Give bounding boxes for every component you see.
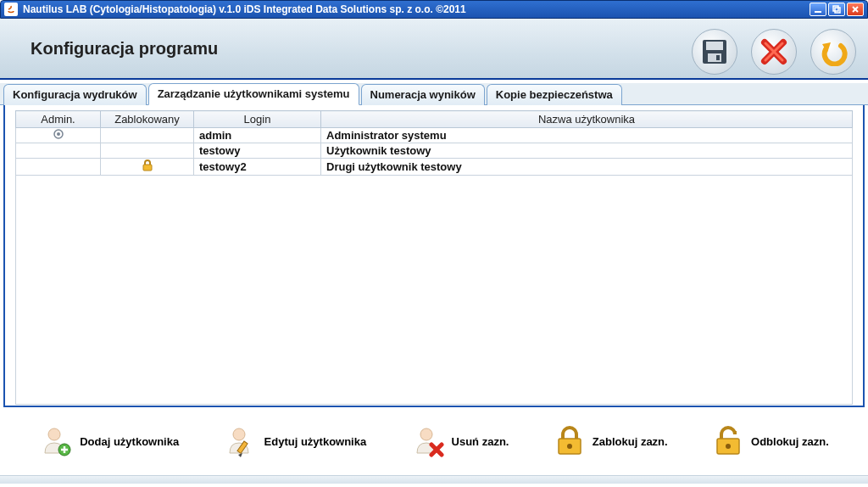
content-panel: Admin. Zablokowany Login Nazwa użytkowni… xyxy=(3,105,865,407)
cell-admin xyxy=(16,159,101,176)
cell-locked xyxy=(101,159,194,176)
radio-checked-icon xyxy=(53,129,64,139)
action-label: Zablokuj zazn. xyxy=(593,435,668,448)
svg-rect-8 xyxy=(716,55,720,60)
cell-username: Drugi użytkownik testowy xyxy=(321,159,853,176)
svg-rect-0 xyxy=(815,11,821,13)
java-icon xyxy=(4,3,18,16)
svg-point-21 xyxy=(233,428,245,440)
lock-open-icon xyxy=(712,425,744,457)
action-label: Edytuj użytkownika xyxy=(264,435,367,448)
delete-user-button[interactable]: Usuń zazn. xyxy=(411,424,509,458)
bottom-strip xyxy=(0,475,868,484)
tab-print-config[interactable]: Konfiguracja wydruków xyxy=(3,84,147,105)
svg-marker-23 xyxy=(238,453,242,457)
lock-user-button[interactable]: Zablokuj zazn. xyxy=(554,425,668,457)
svg-point-30 xyxy=(726,444,731,449)
page-title: Konfiguracja programu xyxy=(31,39,218,59)
users-table[interactable]: Admin. Zablokowany Login Nazwa użytkowni… xyxy=(15,110,853,176)
tab-bar: Konfiguracja wydruków Zarządzanie użytko… xyxy=(0,83,868,105)
action-label: Usuń zazn. xyxy=(452,435,509,448)
tab-result-numbering[interactable]: Numeracja wyników xyxy=(361,84,485,105)
cell-admin xyxy=(16,143,101,159)
user-edit-icon xyxy=(224,424,258,458)
cell-username: Użytkownik testowy xyxy=(321,143,853,159)
close-button[interactable] xyxy=(847,3,864,16)
col-username[interactable]: Nazwa użytkownika xyxy=(321,111,853,128)
table-row[interactable]: admin Administrator systemu xyxy=(16,128,853,143)
tab-user-management[interactable]: Zarządzanie użytkownikami systemu xyxy=(148,83,359,105)
undo-arrow-icon xyxy=(819,37,848,66)
action-label: Odblokuj zazn. xyxy=(751,435,829,448)
col-admin[interactable]: Admin. xyxy=(16,111,101,128)
svg-rect-16 xyxy=(143,165,152,171)
add-user-button[interactable]: Dodaj użytkownika xyxy=(39,424,179,458)
cell-locked xyxy=(101,128,194,143)
title-bar: Nautilus LAB (Cytologia/Histopatologia) … xyxy=(0,0,868,19)
user-add-icon xyxy=(39,424,73,458)
action-label: Dodaj użytkownika xyxy=(80,435,179,448)
table-row[interactable]: testowy2 Drugi użytkownik testowy xyxy=(16,159,853,176)
cell-login: admin xyxy=(194,128,321,143)
undo-button[interactable] xyxy=(810,29,856,75)
svg-rect-6 xyxy=(706,42,723,50)
user-delete-icon xyxy=(411,424,445,458)
maximize-button[interactable] xyxy=(828,3,845,16)
window-title: Nautilus LAB (Cytologia/Histopatologia) … xyxy=(23,3,466,15)
header: Konfiguracja programu xyxy=(0,19,868,80)
save-button[interactable] xyxy=(692,29,737,75)
svg-point-15 xyxy=(57,132,60,136)
cell-admin xyxy=(16,128,101,143)
svg-point-28 xyxy=(567,444,572,449)
table-empty-area xyxy=(15,176,853,405)
lock-icon xyxy=(142,160,153,171)
unlock-user-button[interactable]: Odblokuj zazn. xyxy=(712,425,829,457)
cell-login: testowy2 xyxy=(194,159,321,176)
table-row[interactable]: testowy Użytkownik testowy xyxy=(16,143,853,159)
svg-rect-2 xyxy=(835,8,840,13)
table-header-row: Admin. Zablokowany Login Nazwa użytkowni… xyxy=(16,111,853,128)
svg-point-24 xyxy=(420,428,432,440)
col-locked[interactable]: Zablokowany xyxy=(101,111,194,128)
minimize-button[interactable] xyxy=(810,3,826,16)
action-bar: Dodaj użytkownika Edytuj użytkownika Usu… xyxy=(0,407,868,475)
edit-user-button[interactable]: Edytuj użytkownika xyxy=(224,424,367,458)
floppy-disk-icon xyxy=(699,36,730,67)
tab-backups[interactable]: Kopie bezpieczeństwa xyxy=(487,84,622,105)
cell-username: Administrator systemu xyxy=(321,128,853,143)
x-icon xyxy=(760,37,788,66)
svg-point-17 xyxy=(48,428,60,440)
svg-rect-1 xyxy=(833,6,838,11)
col-login[interactable]: Login xyxy=(194,111,321,128)
window-controls xyxy=(810,3,864,16)
cell-locked xyxy=(101,143,194,159)
lock-closed-icon xyxy=(554,425,586,457)
cancel-button[interactable] xyxy=(751,29,797,75)
cell-login: testowy xyxy=(194,143,321,159)
